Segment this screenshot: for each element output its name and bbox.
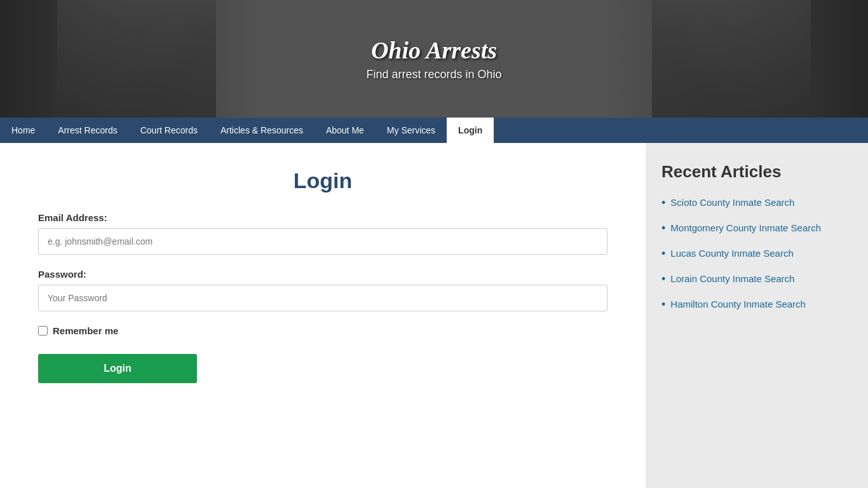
bullet-icon: • <box>661 273 665 286</box>
remember-me-group: Remember me <box>38 325 607 336</box>
bullet-icon: • <box>661 196 665 210</box>
nav-login[interactable]: Login <box>447 118 494 143</box>
header-hands-right <box>652 0 811 118</box>
password-input[interactable] <box>38 285 607 311</box>
nav-about-me[interactable]: About Me <box>315 118 376 143</box>
nav-court-records[interactable]: Court Records <box>129 118 209 143</box>
header-banner: Ohio Arrests Find arrest records in Ohio <box>0 0 868 118</box>
main-layout: Login Email Address: Password: Remember … <box>0 143 868 488</box>
article-link-montgomery[interactable]: Montgomery County Inmate Search <box>670 221 821 234</box>
list-item: • Scioto County Inmate Search <box>661 196 852 210</box>
login-button[interactable]: Login <box>38 354 197 383</box>
sidebar: Recent Articles • Scioto County Inmate S… <box>646 143 868 488</box>
recent-articles-list: • Scioto County Inmate Search • Montgome… <box>661 196 852 311</box>
list-item: • Lucas County Inmate Search <box>661 247 852 261</box>
page-title: Login <box>38 168 607 193</box>
remember-me-checkbox[interactable] <box>38 326 48 336</box>
article-link-hamilton[interactable]: Hamilton County Inmate Search <box>670 297 806 311</box>
email-input[interactable] <box>38 228 607 255</box>
bullet-icon: • <box>661 298 665 311</box>
article-link-lucas[interactable]: Lucas County Inmate Search <box>670 247 793 260</box>
list-item: • Montgomery County Inmate Search <box>661 221 852 235</box>
email-label: Email Address: <box>38 212 607 223</box>
nav-articles-resources[interactable]: Articles & Resources <box>209 118 315 143</box>
site-subtitle: Find arrest records in Ohio <box>366 68 501 81</box>
email-form-group: Email Address: <box>38 212 607 255</box>
password-label: Password: <box>38 269 607 280</box>
remember-me-label[interactable]: Remember me <box>53 325 118 336</box>
header-hands-left <box>57 0 216 118</box>
list-item: • Lorain County Inmate Search <box>661 272 852 286</box>
nav-arrest-records[interactable]: Arrest Records <box>46 118 128 143</box>
article-link-lorain[interactable]: Lorain County Inmate Search <box>670 272 794 285</box>
nav-my-services[interactable]: My Services <box>376 118 447 143</box>
sidebar-title: Recent Articles <box>661 162 852 182</box>
list-item: • Hamilton County Inmate Search <box>661 297 852 311</box>
bullet-icon: • <box>661 247 665 261</box>
nav-home[interactable]: Home <box>0 118 46 143</box>
password-form-group: Password: <box>38 269 607 311</box>
article-link-scioto[interactable]: Scioto County Inmate Search <box>670 196 794 209</box>
bullet-icon: • <box>661 222 665 235</box>
content-area: Login Email Address: Password: Remember … <box>0 143 646 488</box>
nav-bar: Home Arrest Records Court Records Articl… <box>0 118 868 143</box>
site-title: Ohio Arrests <box>371 36 497 64</box>
